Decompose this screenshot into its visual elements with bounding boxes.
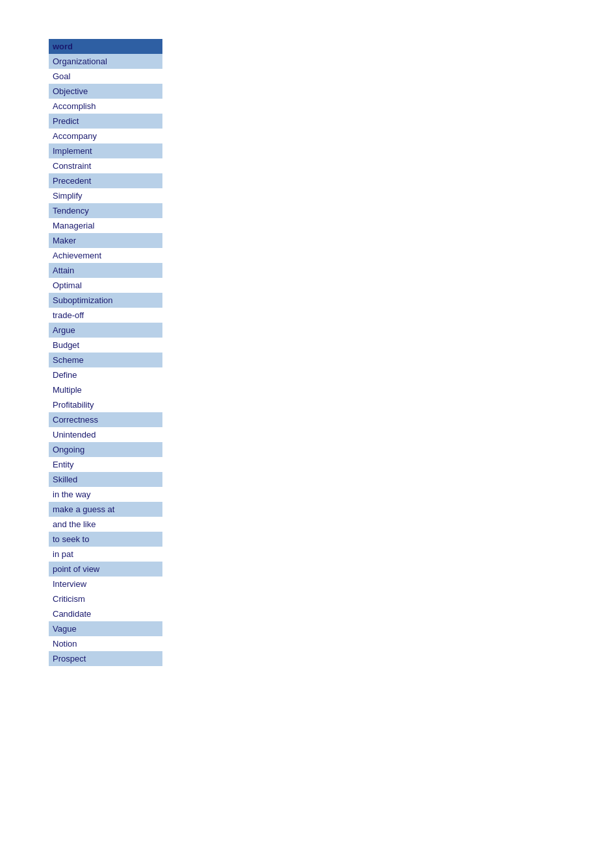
- table-row: to seek to: [49, 532, 162, 547]
- table-row: Budget: [49, 338, 162, 353]
- table-cell-word: Objective: [49, 84, 162, 99]
- table-cell-word: Maker: [49, 233, 162, 248]
- table-cell-word: Accompany: [49, 129, 162, 143]
- table-row: in the way: [49, 487, 162, 502]
- table-cell-word: Argue: [49, 323, 162, 338]
- table-row: Entity: [49, 457, 162, 472]
- word-table: word OrganizationalGoalObjectiveAccompli…: [49, 39, 162, 666]
- table-row: Accompany: [49, 129, 162, 143]
- table-cell-word: Tendency: [49, 203, 162, 218]
- table-row: Goal: [49, 69, 162, 84]
- table-cell-word: Multiple: [49, 382, 162, 397]
- column-header-word: word: [49, 39, 162, 54]
- table-row: Simplify: [49, 188, 162, 203]
- table-cell-word: Precedent: [49, 173, 162, 188]
- table-row: Managerial: [49, 218, 162, 233]
- table-cell-word: Budget: [49, 338, 162, 353]
- table-cell-word: Criticism: [49, 591, 162, 606]
- table-row: Interview: [49, 577, 162, 591]
- table-row: and the like: [49, 517, 162, 532]
- table-row: Objective: [49, 84, 162, 99]
- table-row: Multiple: [49, 382, 162, 397]
- table-row: Implement: [49, 143, 162, 158]
- table-cell-word: point of view: [49, 562, 162, 577]
- table-cell-word: in pat: [49, 547, 162, 562]
- table-cell-word: Attain: [49, 263, 162, 278]
- table-cell-word: Skilled: [49, 472, 162, 487]
- table-row: Tendency: [49, 203, 162, 218]
- table-cell-word: Constraint: [49, 158, 162, 173]
- table-cell-word: Accomplish: [49, 99, 162, 114]
- table-body: OrganizationalGoalObjectiveAccomplishPre…: [49, 54, 162, 666]
- table-row: Constraint: [49, 158, 162, 173]
- table-cell-word: trade-off: [49, 308, 162, 323]
- table-cell-word: Entity: [49, 457, 162, 472]
- table-cell-word: Unintended: [49, 427, 162, 442]
- table-row: Candidate: [49, 606, 162, 621]
- table-cell-word: Ongoing: [49, 442, 162, 457]
- table-cell-word: Optimal: [49, 278, 162, 293]
- table-row: Unintended: [49, 427, 162, 442]
- table-row: Maker: [49, 233, 162, 248]
- table-cell-word: Vague: [49, 621, 162, 636]
- table-row: Define: [49, 367, 162, 382]
- table-row: Correctness: [49, 412, 162, 427]
- table-cell-word: Correctness: [49, 412, 162, 427]
- table-row: Skilled: [49, 472, 162, 487]
- table-cell-word: Implement: [49, 143, 162, 158]
- table-row: Ongoing: [49, 442, 162, 457]
- table-cell-word: Predict: [49, 114, 162, 129]
- table-cell-word: Achievement: [49, 248, 162, 263]
- table-row: point of view: [49, 562, 162, 577]
- table-cell-word: Suboptimization: [49, 293, 162, 308]
- page-container: word OrganizationalGoalObjectiveAccompli…: [0, 0, 614, 868]
- table-cell-word: Profitability: [49, 397, 162, 412]
- table-row: Criticism: [49, 591, 162, 606]
- table-row: Optimal: [49, 278, 162, 293]
- table-row: Attain: [49, 263, 162, 278]
- table-row: trade-off: [49, 308, 162, 323]
- table-cell-word: to seek to: [49, 532, 162, 547]
- table-cell-word: Prospect: [49, 651, 162, 666]
- table-cell-word: in the way: [49, 487, 162, 502]
- table-row: Achievement: [49, 248, 162, 263]
- table-cell-word: Simplify: [49, 188, 162, 203]
- table-cell-word: make a guess at: [49, 502, 162, 517]
- table-row: Organizational: [49, 54, 162, 69]
- table-row: in pat: [49, 547, 162, 562]
- table-cell-word: Goal: [49, 69, 162, 84]
- table-row: Predict: [49, 114, 162, 129]
- table-cell-word: Candidate: [49, 606, 162, 621]
- table-row: Argue: [49, 323, 162, 338]
- table-row: Precedent: [49, 173, 162, 188]
- table-row: Prospect: [49, 651, 162, 666]
- table-cell-word: Notion: [49, 636, 162, 651]
- table-row: Profitability: [49, 397, 162, 412]
- table-row: Suboptimization: [49, 293, 162, 308]
- table-cell-word: Define: [49, 367, 162, 382]
- table-cell-word: Organizational: [49, 54, 162, 69]
- table-header-row: word: [49, 39, 162, 54]
- table-row: Notion: [49, 636, 162, 651]
- table-cell-word: Interview: [49, 577, 162, 591]
- table-cell-word: Managerial: [49, 218, 162, 233]
- table-row: Accomplish: [49, 99, 162, 114]
- table-row: Scheme: [49, 353, 162, 367]
- table-cell-word: and the like: [49, 517, 162, 532]
- table-row: make a guess at: [49, 502, 162, 517]
- table-row: Vague: [49, 621, 162, 636]
- table-cell-word: Scheme: [49, 353, 162, 367]
